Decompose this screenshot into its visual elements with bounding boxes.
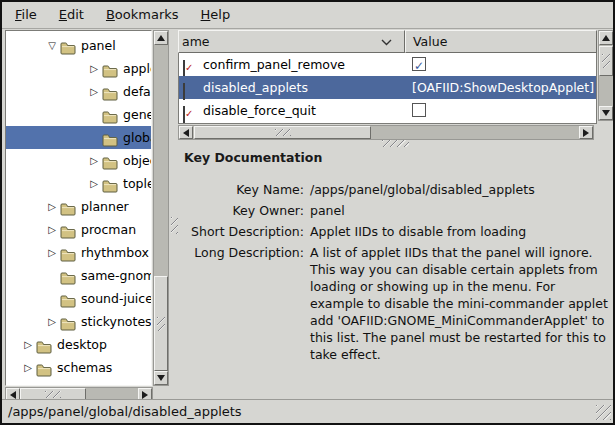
status-bar-text: /apps/panel/global/disabled_applets <box>8 404 242 419</box>
key-list-vertical-scrollbar[interactable] <box>598 30 614 121</box>
scroll-up-button[interactable] <box>599 31 613 45</box>
expander-expanded-icon[interactable]: ▽ <box>44 34 60 57</box>
checkbox-unchecked[interactable] <box>412 103 426 117</box>
grip-icon <box>45 391 61 398</box>
tree-item-label: toplevels <box>123 172 152 195</box>
expander-collapsed-icon[interactable]: ▷ <box>20 356 36 379</box>
doc-field-value: Applet IIDs to disable from loading <box>310 223 609 240</box>
tree-item-planner[interactable]: ▷ planner <box>6 195 151 218</box>
menu-help[interactable]: Help <box>192 2 240 28</box>
tree-item-toplevels[interactable]: ▷ toplevels <box>6 172 151 195</box>
doc-field-row: Key Owner:panel <box>184 202 609 219</box>
doc-field-value: A list of applet IIDs that the panel wil… <box>310 244 609 363</box>
key-value-text: [OAFIID:ShowDesktopApplet] <box>412 76 594 99</box>
tree-item-objects[interactable]: ▷ objects <box>6 149 151 172</box>
config-tree-panel: ▽ panel▷ applets▷ default_se general glo… <box>5 30 152 386</box>
folder-icon <box>102 108 118 121</box>
arrow-left-icon <box>10 391 16 399</box>
scrollbar-thumb[interactable] <box>154 276 168 371</box>
tree-item-desktop[interactable]: ▷ desktop <box>6 333 151 356</box>
pane-splitter-vertical[interactable] <box>171 217 178 234</box>
grip-icon <box>157 317 165 331</box>
tree-item-label: desktop <box>57 333 107 356</box>
tree-item-panel[interactable]: ▽ panel <box>6 34 151 57</box>
tree-item-label: objects <box>123 149 152 172</box>
key-documentation-title: Key Documentation <box>184 150 609 165</box>
key-name-label: disabled_applets <box>203 76 308 99</box>
expander-collapsed-icon[interactable]: ▷ <box>44 241 60 264</box>
scroll-down-button[interactable] <box>599 106 613 120</box>
doc-field-row: Long Description:A list of applet IIDs t… <box>184 244 609 363</box>
arrow-left-icon <box>183 129 189 137</box>
folder-icon <box>60 223 76 236</box>
menu-bookmarks[interactable]: Bookmarks <box>97 2 188 28</box>
expander-collapsed-icon[interactable]: ▷ <box>86 57 102 80</box>
folder-icon <box>102 177 118 190</box>
folder-icon <box>102 131 118 144</box>
scroll-left-button[interactable] <box>179 126 193 139</box>
tree-item-stickynotes[interactable]: ▷ stickynotes_ <box>6 310 151 333</box>
key-row-confirm_panel_remove[interactable]: ✓confirm_panel_remove✓ <box>179 53 596 76</box>
menu-file[interactable]: File <box>6 2 46 28</box>
folder-icon <box>60 246 76 259</box>
tree-item-label: panel <box>81 34 116 57</box>
resize-grip-icon[interactable] <box>596 405 611 420</box>
check-mark-icon: ✓ <box>185 108 193 119</box>
tree-item-label: sound-juicer <box>81 287 152 310</box>
menu-bar: File Edit Bookmarks Help <box>2 2 613 29</box>
arrow-up-icon <box>157 35 165 41</box>
expander-collapsed-icon[interactable]: ▷ <box>44 195 60 218</box>
scroll-right-button[interactable] <box>579 126 593 139</box>
column-header-value[interactable]: Value <box>405 30 597 53</box>
expander-collapsed-icon[interactable]: ▷ <box>20 333 36 356</box>
folder-icon <box>60 292 76 305</box>
tree-item-default-se[interactable]: ▷ default_se <box>6 80 151 103</box>
tree-item-label: rhythmbox <box>81 241 149 264</box>
doc-field-label: Key Name: <box>184 181 310 198</box>
folder-icon <box>36 338 52 351</box>
scrollbar-thumb[interactable] <box>194 126 371 139</box>
expander-collapsed-icon[interactable]: ▷ <box>44 310 60 333</box>
arrow-down-icon <box>157 375 165 381</box>
tree-item-label: procman <box>81 218 136 241</box>
menu-edit[interactable]: Edit <box>50 2 93 28</box>
folder-icon <box>60 200 76 213</box>
column-header-name[interactable]: ame <box>178 30 405 53</box>
expander-collapsed-icon[interactable]: ▷ <box>86 172 102 195</box>
scroll-up-button[interactable] <box>154 31 168 45</box>
tree-item-general[interactable]: general <box>6 103 151 126</box>
tree-item-label: planner <box>81 195 129 218</box>
checkbox-checked[interactable]: ✓ <box>412 57 426 71</box>
key-list-header: ame Value <box>178 30 597 53</box>
expander-collapsed-icon[interactable]: ▷ <box>44 218 60 241</box>
key-list: ✓confirm_panel_remove✓disabled_applets[O… <box>178 53 597 124</box>
key-name-label: confirm_panel_remove <box>203 53 345 76</box>
tree-vertical-scrollbar[interactable] <box>153 30 169 386</box>
doc-field-value: /apps/panel/global/disabled_applets <box>310 181 609 198</box>
tree-item-label: stickynotes_ <box>81 310 152 333</box>
tree-item-sound-juicer[interactable]: sound-juicer <box>6 287 151 310</box>
status-bar: /apps/panel/global/disabled_applets <box>2 399 613 423</box>
key-row-disable_force_quit[interactable]: ✓disable_force_quit <box>179 99 596 122</box>
boolean-key-icon: ✓ <box>183 103 185 124</box>
scroll-down-button[interactable] <box>154 371 168 385</box>
tree-item-schemas[interactable]: ▷ schemas <box>6 356 151 379</box>
tree-item-label: global <box>123 126 152 149</box>
key-row-disabled_applets[interactable]: disabled_applets[OAFIID:ShowDesktopApple… <box>179 76 596 99</box>
scrollbar-thumb[interactable] <box>599 46 613 76</box>
sort-indicator-icon <box>381 39 392 46</box>
tree-item-applets[interactable]: ▷ applets <box>6 57 151 80</box>
tree-view: ▽ panel▷ applets▷ default_se general glo… <box>6 34 151 379</box>
key-documentation-fields: Key Name:/apps/panel/global/disabled_app… <box>184 181 609 363</box>
expander-collapsed-icon[interactable]: ▷ <box>86 80 102 103</box>
folder-icon <box>102 62 118 75</box>
tree-item-rhythmbox[interactable]: ▷ rhythmbox <box>6 241 151 264</box>
folder-icon <box>60 315 76 328</box>
tree-item-procman[interactable]: ▷ procman <box>6 218 151 241</box>
tree-item-global[interactable]: global <box>6 126 151 149</box>
key-list-horizontal-scrollbar[interactable] <box>178 125 594 140</box>
tree-item-same-gnome[interactable]: same-gnome <box>6 264 151 287</box>
expander-collapsed-icon[interactable]: ▷ <box>86 149 102 172</box>
column-header-label: Value <box>413 34 447 49</box>
tree-item-label: general <box>123 103 152 126</box>
